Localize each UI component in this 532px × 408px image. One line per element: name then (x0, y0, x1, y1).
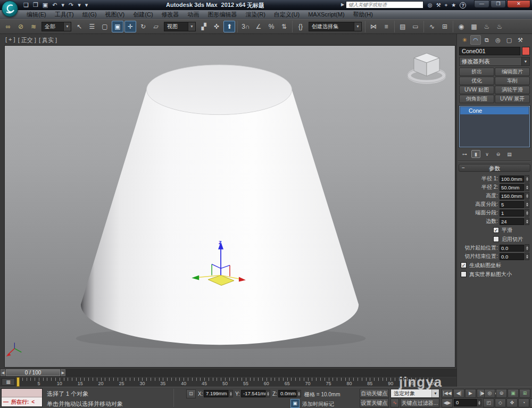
track-bar-ruler[interactable]: 0510152025303540455055606570758085909510… (18, 377, 438, 387)
menu-item-5[interactable]: 修改器 (157, 10, 184, 19)
chevron-down-icon[interactable]: ▼ (431, 389, 439, 397)
open-mini-curve-editor-button[interactable]: ▦ (2, 378, 15, 386)
select-and-move-icon[interactable]: ✛ (124, 21, 136, 32)
param-spinner[interactable] (525, 192, 529, 199)
render-setup-icon[interactable]: ▦ (468, 21, 480, 32)
param-spinner[interactable] (525, 201, 529, 208)
zoom-all-icon[interactable]: ⊚ (496, 389, 507, 398)
configure-modifier-sets-icon[interactable]: ▤ (505, 150, 514, 158)
checkbox-checked-icon[interactable]: ✓ (461, 262, 467, 268)
modifier-button-1[interactable]: 编辑面片 (495, 68, 530, 76)
absolute-mode-toggle-icon[interactable]: ⊡ (186, 389, 196, 398)
spinner-up-icon[interactable] (526, 186, 528, 187)
menu-item-1[interactable]: 工具(T) (51, 10, 78, 19)
infocenter-search-input[interactable] (346, 1, 423, 9)
communication-center-icon[interactable]: ⌖ (445, 2, 448, 9)
param-spinner[interactable] (525, 244, 529, 252)
keyboard-override-toggle-icon[interactable]: ⬆ (223, 21, 235, 32)
checkbox-icon[interactable] (493, 236, 499, 242)
menu-item-0[interactable]: 编辑(E) (22, 10, 51, 19)
edit-named-selections-icon[interactable]: {} (295, 21, 306, 32)
z-coordinate-field[interactable]: 0.0mm (278, 390, 296, 397)
spinner-up-icon[interactable] (526, 211, 528, 213)
listener-pane[interactable]: — 所在行: < (2, 397, 42, 406)
spinner-up-icon[interactable] (526, 194, 528, 196)
param-field[interactable]: 50.0mm (500, 184, 524, 191)
mirror-icon[interactable]: ⋈ (368, 21, 379, 32)
object-name-field[interactable]: Cone001 (459, 47, 520, 55)
next-frame-arrow[interactable]: ▶ (61, 369, 65, 376)
spinner-down-icon[interactable] (526, 213, 528, 215)
time-slider-handle[interactable]: 0 / 100 (6, 369, 60, 376)
zoom-icon[interactable]: ◎ (484, 389, 495, 398)
minimize-button[interactable]: — (474, 0, 489, 8)
spinner-down-icon[interactable] (526, 222, 528, 223)
chevron-down-icon[interactable]: ▼ (521, 57, 529, 65)
modifier-button-2[interactable]: 优化 (459, 77, 494, 85)
time-tag-icon[interactable]: ▣ (290, 399, 300, 408)
x-spinner[interactable] (228, 390, 233, 397)
select-object-icon[interactable]: ↖ (73, 21, 85, 32)
orbit-icon[interactable]: ◔ (518, 398, 529, 407)
window-crossing-toggle-icon[interactable]: ▣ (112, 21, 123, 32)
new-key-curve-icon[interactable]: ∿ (390, 398, 399, 407)
param-field[interactable]: 5 (500, 201, 524, 208)
help-icon[interactable]: ? (460, 2, 466, 9)
menu-item-11[interactable]: 帮助(H) (349, 10, 377, 19)
tab-utilities[interactable]: ⚒ (515, 35, 526, 45)
current-frame-marker[interactable] (16, 377, 20, 387)
checkbox-icon[interactable] (461, 271, 467, 277)
tab-modify[interactable]: ◠ (470, 35, 481, 45)
new-scene-icon[interactable]: ❏ (23, 0, 29, 10)
redo-flyout-icon[interactable]: ▾ (78, 0, 81, 10)
add-time-tag[interactable]: 添加时间标记 (302, 401, 334, 408)
curve-editor-icon[interactable]: ∿ (426, 21, 438, 32)
pan-view-icon[interactable]: ✥ (506, 398, 518, 407)
tab-hierarchy[interactable]: ⧉ (481, 35, 492, 45)
undo-flyout-icon[interactable]: ▾ (61, 0, 64, 10)
menu-item-2[interactable]: 组(G) (78, 10, 101, 19)
param-spinner[interactable] (525, 184, 529, 191)
menu-item-3[interactable]: 视图(V) (101, 10, 129, 19)
field-of-view-icon[interactable]: ◇ (495, 398, 506, 407)
show-end-result-icon[interactable]: ▮ (471, 150, 480, 158)
material-editor-icon[interactable]: ◉ (455, 21, 467, 32)
maximize-button[interactable]: ❐ (491, 0, 506, 8)
previous-frame-arrow[interactable]: ◀ (1, 369, 5, 376)
align-icon[interactable]: ≡ (380, 21, 392, 32)
modifier-button-3[interactable]: 车削 (495, 77, 530, 85)
spinner-snap-icon[interactable]: ⇅ (278, 21, 290, 32)
y-spinner[interactable] (265, 390, 270, 397)
modifier-button-4[interactable]: UVW 贴图 (459, 86, 494, 94)
render-production-icon[interactable]: ♨ (494, 21, 505, 32)
bind-to-space-warp-icon[interactable]: ≋ (28, 21, 39, 32)
pin-stack-icon[interactable]: ⊶ (460, 150, 469, 158)
select-and-manipulate-icon[interactable]: ✜ (211, 21, 222, 32)
param-spinner[interactable] (525, 209, 529, 217)
use-pivot-center-icon[interactable]: ▞ (198, 21, 210, 32)
save-file-icon[interactable]: ▣ (43, 0, 48, 10)
spinner-down-icon[interactable] (526, 248, 528, 250)
menu-item-10[interactable]: MAXScript(M) (304, 10, 348, 19)
modifier-button-6[interactable]: 倒角剖面 (459, 95, 494, 103)
select-and-rotate-icon[interactable]: ↻ (137, 21, 149, 32)
select-and-scale-icon[interactable]: ▱ (150, 21, 162, 32)
tab-display[interactable]: ▢ (504, 35, 514, 45)
modifier-button-7[interactable]: UVW 展开 (495, 95, 530, 103)
snaps-toggle-icon[interactable]: 3∩ (240, 21, 252, 32)
param-field[interactable]: 24 (500, 218, 524, 225)
chevron-down-icon[interactable]: ▼ (354, 22, 361, 31)
favorites-star-icon[interactable]: ★ (451, 2, 456, 8)
modifier-list-dropdown[interactable]: 修改器列表 ▼ (459, 57, 530, 66)
y-coordinate-field[interactable]: -17.541mm (241, 390, 265, 397)
menu-item-8[interactable]: 渲染(R) (242, 10, 270, 19)
search-caret-icon[interactable]: ▶ (341, 2, 344, 7)
current-frame-field[interactable]: 0 (454, 399, 477, 406)
parameters-rollout-header[interactable]: − 参数 (459, 164, 530, 172)
spinner-up-icon[interactable] (526, 255, 528, 256)
close-button[interactable]: ✕ (507, 0, 530, 8)
param-spinner[interactable] (525, 253, 529, 260)
spinner-up-icon[interactable] (526, 177, 528, 179)
key-filters-button[interactable]: 关键点过滤器... (400, 398, 439, 407)
maximize-viewport-toggle-icon[interactable]: ❒ (530, 398, 532, 407)
